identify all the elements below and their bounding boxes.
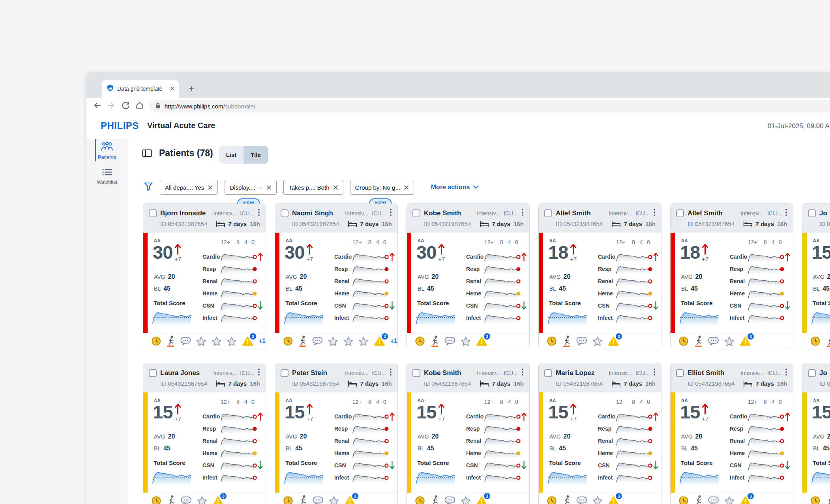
star-icon[interactable] [724, 336, 734, 346]
tab-close-icon[interactable] [170, 85, 174, 92]
star-icon[interactable] [592, 336, 603, 346]
patient-checkbox[interactable] [808, 209, 816, 217]
star-icon[interactable] [328, 336, 338, 346]
fall-risk-icon[interactable] [562, 335, 571, 347]
alerts-warning-icon[interactable]: 3 [740, 336, 751, 346]
home-icon[interactable] [135, 101, 144, 111]
list-view-button[interactable]: List [219, 146, 244, 164]
patient-checkbox[interactable] [281, 369, 289, 377]
fall-risk-icon[interactable] [167, 495, 176, 504]
patient-checkbox[interactable] [808, 369, 816, 377]
filter-chip[interactable]: Display...: --- [225, 180, 277, 195]
more-alerts-label[interactable]: +1 [390, 338, 397, 345]
alerts-warning-icon[interactable]: 3 [344, 496, 356, 504]
tile-view-button[interactable]: Tile [244, 146, 268, 164]
patient-card[interactable]: Elliot Smith Intensiv... ICU... ID 05432… [670, 363, 793, 504]
fall-risk-icon[interactable] [166, 335, 175, 347]
filter-chip[interactable]: All depa...: Yes [160, 180, 218, 195]
more-alerts-label[interactable]: +1 [259, 338, 266, 345]
star-icon[interactable] [329, 496, 339, 504]
browser-tab[interactable]: Data grid template [102, 80, 179, 98]
clock-icon[interactable] [415, 336, 425, 346]
collapse-panel-icon[interactable] [142, 149, 152, 159]
star-icon[interactable] [343, 336, 353, 346]
alerts-warning-icon[interactable]: 3 [740, 496, 751, 504]
chip-close-icon[interactable] [333, 185, 338, 190]
fall-risk-icon[interactable] [694, 335, 703, 347]
patient-card[interactable]: NEW Naomi Singh Intensiv... ICU... ID 05… [275, 203, 398, 349]
patient-checkbox[interactable] [149, 209, 157, 217]
filter-chip[interactable]: Group by: No g... [350, 180, 414, 195]
clock-icon[interactable] [547, 336, 557, 346]
star-icon[interactable] [724, 496, 734, 504]
patient-card[interactable]: Laura Jones Intensiv... ICU... ID 054321… [143, 363, 266, 504]
filter-funnel-icon[interactable] [144, 182, 153, 193]
patient-checkbox[interactable] [544, 369, 552, 377]
card-menu-icon[interactable] [653, 368, 656, 378]
reload-icon[interactable] [121, 101, 130, 111]
patient-card[interactable]: Kobe Smith Intensiv... ICU... ID 0543219… [407, 203, 530, 349]
new-tab-button[interactable]: + [185, 82, 198, 95]
comment-icon[interactable] [708, 496, 719, 504]
card-menu-icon[interactable] [785, 208, 787, 218]
clock-icon[interactable] [415, 496, 425, 504]
alerts-warning-icon[interactable]: 3 [212, 496, 224, 504]
patient-card[interactable]: Jo Intensiv... ICU... ID 054321987654 7 … [802, 363, 830, 504]
fall-risk-icon[interactable] [298, 495, 307, 504]
comment-icon[interactable] [180, 336, 191, 346]
clock-icon[interactable] [283, 336, 293, 346]
fall-risk-icon[interactable] [298, 335, 307, 347]
fall-risk-icon[interactable] [430, 495, 439, 504]
card-menu-icon[interactable] [785, 368, 787, 378]
more-actions-button[interactable]: More actions [431, 184, 479, 191]
clock-icon[interactable] [283, 496, 293, 504]
star-icon[interactable] [227, 336, 236, 346]
comment-icon[interactable] [312, 336, 323, 346]
fall-risk-icon[interactable] [562, 495, 571, 504]
patient-card[interactable]: Kobe Smith Intensiv... ICU... ID 0543219… [407, 363, 530, 504]
comment-icon[interactable] [576, 496, 587, 504]
fall-risk-icon[interactable] [430, 335, 439, 347]
clock-icon[interactable] [151, 336, 161, 346]
clock-icon[interactable] [678, 336, 689, 346]
star-icon[interactable] [461, 496, 471, 504]
comment-icon[interactable] [313, 496, 324, 504]
chip-close-icon[interactable] [266, 185, 272, 190]
card-menu-icon[interactable] [390, 368, 392, 378]
star-icon[interactable] [461, 336, 471, 346]
comment-icon[interactable] [576, 336, 587, 346]
clock-icon[interactable] [678, 496, 689, 504]
star-icon[interactable] [592, 496, 603, 504]
card-menu-icon[interactable] [258, 208, 260, 218]
alerts-warning-icon[interactable]: 3 [608, 496, 619, 504]
patient-card[interactable]: Peter Stein Intensiv... ICU... ID 054321… [275, 363, 398, 504]
star-icon[interactable] [358, 336, 368, 346]
clock-icon[interactable] [151, 496, 161, 504]
chip-close-icon[interactable] [404, 185, 409, 190]
patient-checkbox[interactable] [412, 209, 420, 217]
alerts-warning-icon[interactable]: 3 [608, 336, 619, 346]
patient-card[interactable]: Maria Lopez Intensiv... ICU... ID 054321… [538, 363, 661, 504]
card-menu-icon[interactable] [521, 208, 524, 218]
sidebar-item-patients[interactable]: Patients [86, 141, 127, 160]
comment-icon[interactable] [181, 496, 192, 504]
star-icon[interactable] [212, 336, 221, 346]
alerts-warning-icon[interactable]: 3 [374, 336, 385, 346]
sidebar-item-watchlist[interactable]: Watchlist [86, 168, 127, 185]
patient-checkbox[interactable] [149, 369, 157, 377]
card-menu-icon[interactable] [258, 368, 260, 378]
patient-checkbox[interactable] [676, 209, 684, 217]
patient-card[interactable]: Jo Intensiv... ICU... ID 054321987654 7 … [802, 203, 830, 349]
comment-icon[interactable] [708, 336, 719, 346]
address-bar[interactable]: http://www.philips.com/subdomain/ [150, 100, 830, 112]
card-menu-icon[interactable] [521, 368, 524, 378]
patient-card[interactable]: Allef Smith Intensiv... ICU... ID 054321… [538, 203, 661, 349]
back-icon[interactable] [93, 101, 101, 111]
card-menu-icon[interactable] [390, 208, 392, 218]
filter-chip[interactable]: Takes p...: Both [283, 180, 343, 195]
forward-icon[interactable] [107, 101, 116, 111]
clock-icon[interactable] [810, 496, 821, 504]
fall-risk-icon[interactable] [826, 335, 830, 347]
star-icon[interactable] [196, 336, 206, 346]
alerts-warning-icon[interactable]: 3 [476, 336, 487, 346]
